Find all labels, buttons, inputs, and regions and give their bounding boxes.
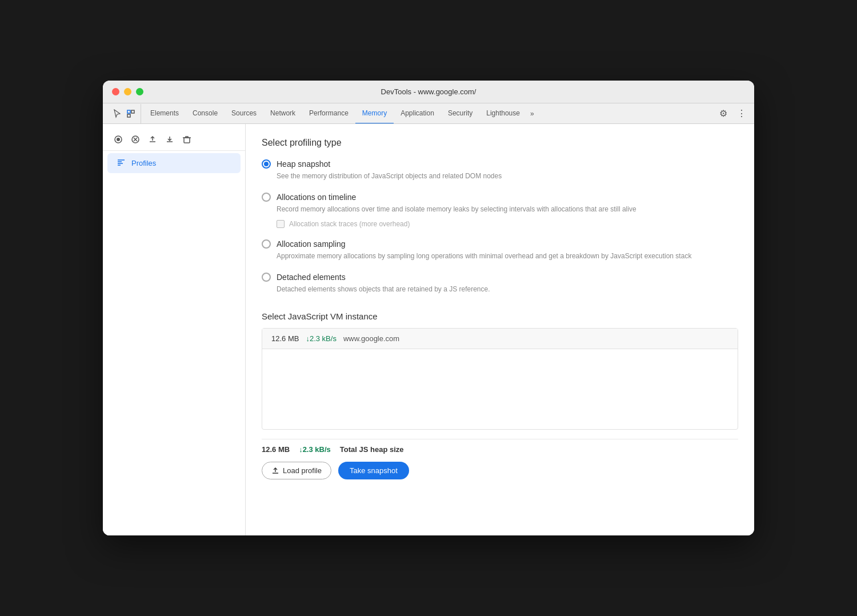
tab-sources[interactable]: Sources xyxy=(225,103,263,123)
settings-icon[interactable]: ⚙ xyxy=(715,106,731,122)
more-tabs-button[interactable]: » xyxy=(527,105,538,122)
vm-rate-value: 2.3 kB/s xyxy=(310,334,337,343)
sidebar-icon-bar xyxy=(103,129,245,151)
inspector-icon[interactable] xyxy=(126,109,136,119)
tab-console[interactable]: Console xyxy=(186,103,225,123)
close-button[interactable] xyxy=(112,88,119,95)
download-icon[interactable] xyxy=(163,133,176,146)
allocation-sampling-desc: Approximate memory allocations by sampli… xyxy=(262,251,738,261)
action-buttons: Load profile Take snapshot xyxy=(262,459,738,482)
status-label: Total JS heap size xyxy=(340,445,404,454)
radio-allocation-sampling[interactable] xyxy=(262,239,271,249)
minimize-button[interactable] xyxy=(124,88,131,95)
svg-rect-0 xyxy=(127,110,130,113)
allocation-sampling-label[interactable]: Allocation sampling xyxy=(277,239,346,249)
option-allocations-header[interactable]: Allocations on timeline xyxy=(262,193,738,202)
cursor-icon[interactable] xyxy=(112,109,122,119)
detached-elements-desc: Detached elements shows objects that are… xyxy=(262,284,738,294)
profiling-options: Heap snapshot See the memory distributio… xyxy=(262,159,738,294)
svg-point-4 xyxy=(117,138,120,141)
allocation-stack-traces-row: Allocation stack traces (more overhead) xyxy=(262,220,738,228)
heap-snapshot-label[interactable]: Heap snapshot xyxy=(277,159,330,169)
option-sampling-header[interactable]: Allocation sampling xyxy=(262,239,738,249)
option-heap-snapshot-header[interactable]: Heap snapshot xyxy=(262,159,738,169)
toolbar: Elements Console Sources Network Perform… xyxy=(103,103,754,124)
svg-rect-2 xyxy=(131,110,134,113)
profiling-section-title: Select profiling type xyxy=(262,138,738,148)
devtools-window: DevTools - www.google.com/ Elements Cons… xyxy=(103,81,754,535)
status-bar: 12.6 MB ↓2.3 kB/s Total JS heap size xyxy=(262,439,738,459)
vm-name: www.google.com xyxy=(343,334,399,343)
radio-detached-elements[interactable] xyxy=(262,273,271,282)
vm-memory: 12.6 MB xyxy=(271,334,299,343)
svg-rect-1 xyxy=(127,114,130,117)
upload-btn-icon xyxy=(271,467,279,475)
take-snapshot-button[interactable]: Take snapshot xyxy=(338,462,409,479)
tab-security[interactable]: Security xyxy=(441,103,479,123)
profiles-icon xyxy=(117,158,126,169)
option-allocation-sampling: Allocation sampling Approximate memory a… xyxy=(262,239,738,261)
allocations-timeline-label[interactable]: Allocations on timeline xyxy=(277,193,356,202)
tab-lighthouse[interactable]: Lighthouse xyxy=(479,103,527,123)
load-profile-button[interactable]: Load profile xyxy=(262,462,331,479)
radio-allocations-timeline[interactable] xyxy=(262,193,271,202)
clear-icon[interactable] xyxy=(181,133,193,146)
allocation-stack-traces-checkbox[interactable] xyxy=(277,220,285,228)
vm-instance-list: 12.6 MB ↓2.3 kB/s www.google.com xyxy=(262,328,738,430)
heap-snapshot-desc: See the memory distribution of JavaScrip… xyxy=(262,171,738,181)
tabs-container: Elements Console Sources Network Perform… xyxy=(143,103,711,123)
tab-elements[interactable]: Elements xyxy=(143,103,186,123)
take-snapshot-label: Take snapshot xyxy=(350,466,398,475)
toolbar-actions: ⚙ ⋮ xyxy=(711,106,750,122)
sidebar-item-profiles[interactable]: Profiles xyxy=(107,153,241,173)
traffic-lights xyxy=(112,88,143,95)
allocation-stack-traces-label: Allocation stack traces (more overhead) xyxy=(289,220,410,228)
tab-icons xyxy=(107,104,141,123)
more-options-icon[interactable]: ⋮ xyxy=(734,106,750,122)
tab-memory[interactable]: Memory xyxy=(355,103,394,123)
status-memory: 12.6 MB xyxy=(262,445,290,454)
vm-instance-row[interactable]: 12.6 MB ↓2.3 kB/s www.google.com xyxy=(262,329,738,349)
option-allocations-timeline: Allocations on timeline Record memory al… xyxy=(262,193,738,228)
radio-heap-snapshot[interactable] xyxy=(262,159,271,169)
content-area: Profiles Select profiling type Heap snap… xyxy=(103,124,754,535)
sidebar: Profiles xyxy=(103,124,246,535)
detached-elements-label[interactable]: Detached elements xyxy=(277,273,346,282)
sidebar-item-label: Profiles xyxy=(131,159,156,167)
maximize-button[interactable] xyxy=(136,88,143,95)
allocations-timeline-desc: Record memory allocations over time and … xyxy=(262,204,738,214)
option-detached-header[interactable]: Detached elements xyxy=(262,273,738,282)
record-icon[interactable] xyxy=(112,133,125,146)
upload-icon[interactable] xyxy=(146,133,159,146)
main-panel: Select profiling type Heap snapshot See … xyxy=(246,124,754,535)
tab-performance[interactable]: Performance xyxy=(302,103,355,123)
titlebar: DevTools - www.google.com/ xyxy=(103,81,754,103)
option-detached-elements: Detached elements Detached elements show… xyxy=(262,273,738,294)
load-profile-label: Load profile xyxy=(283,466,322,475)
vm-empty-area xyxy=(262,349,738,429)
stop-icon[interactable] xyxy=(129,133,142,146)
svg-rect-8 xyxy=(184,138,190,143)
window-title: DevTools - www.google.com/ xyxy=(381,87,476,96)
option-heap-snapshot: Heap snapshot See the memory distributio… xyxy=(262,159,738,181)
tab-network[interactable]: Network xyxy=(263,103,302,123)
vm-section-title: Select JavaScript VM instance xyxy=(262,311,738,321)
tab-application[interactable]: Application xyxy=(394,103,441,123)
status-rate: ↓2.3 kB/s xyxy=(299,445,331,454)
vm-rate: ↓2.3 kB/s xyxy=(306,334,336,343)
